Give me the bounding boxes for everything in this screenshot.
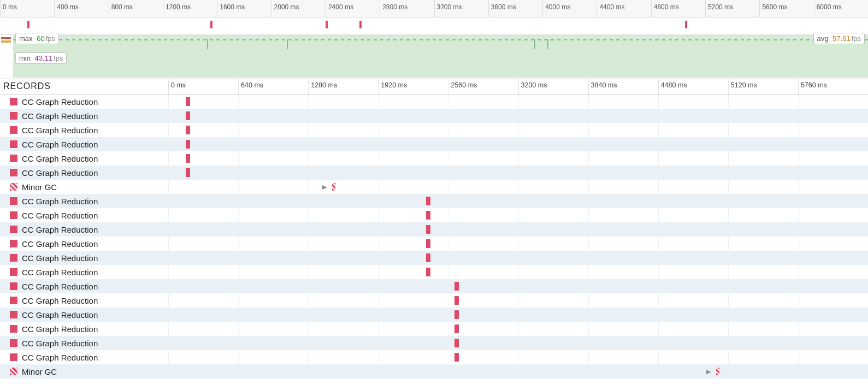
record-row[interactable]: CC Graph Reduction xyxy=(0,109,868,123)
record-timeline[interactable] xyxy=(168,308,868,322)
record-row[interactable]: CC Graph Reduction xyxy=(0,166,868,180)
record-timeline[interactable] xyxy=(168,94,868,109)
overview-ruler-tick: 6000 ms xyxy=(814,0,842,17)
overview-marker[interactable] xyxy=(326,21,328,28)
cc-swatch-icon xyxy=(10,140,17,148)
record-timeline[interactable] xyxy=(168,237,868,251)
record-timeline[interactable]: ▶ xyxy=(168,364,868,379)
gc-marker[interactable] xyxy=(716,368,719,375)
expand-icon[interactable]: ▶ xyxy=(706,368,711,375)
record-row[interactable]: Minor GC▶ xyxy=(0,364,868,379)
gc-marker[interactable] xyxy=(332,183,335,191)
record-label: CC Graph Reduction xyxy=(22,168,98,178)
record-timeline[interactable] xyxy=(168,137,868,151)
record-timeline[interactable] xyxy=(168,222,868,237)
record-timeline[interactable] xyxy=(168,109,868,123)
record-timeline[interactable] xyxy=(168,208,868,222)
record-label: CC Graph Reduction xyxy=(22,339,98,348)
cc-swatch-icon xyxy=(10,226,17,233)
record-row[interactable]: CC Graph Reduction xyxy=(0,308,868,322)
cc-marker[interactable] xyxy=(426,268,430,276)
cc-swatch-icon xyxy=(10,268,17,276)
cc-marker[interactable] xyxy=(186,154,190,163)
records-ruler-tick: 5120 ms xyxy=(728,79,757,94)
record-timeline[interactable] xyxy=(168,166,868,180)
record-row[interactable]: CC Graph Reduction xyxy=(0,94,868,109)
record-timeline[interactable] xyxy=(168,350,868,364)
record-timeline[interactable] xyxy=(168,293,868,308)
record-timeline[interactable] xyxy=(168,322,868,336)
records-ruler-tick: 3840 ms xyxy=(588,79,617,94)
fps-dip xyxy=(207,39,208,49)
cc-marker[interactable] xyxy=(426,197,430,205)
cc-marker[interactable] xyxy=(454,339,459,347)
overview-marker[interactable] xyxy=(27,21,29,28)
record-row[interactable]: CC Graph Reduction xyxy=(0,222,868,237)
record-timeline[interactable]: ▶ xyxy=(168,180,868,194)
overview-marker[interactable] xyxy=(359,21,362,28)
record-row[interactable]: CC Graph Reduction xyxy=(0,265,868,279)
records-ruler-tick: 3200 ms xyxy=(518,79,547,94)
cc-marker[interactable] xyxy=(454,296,459,305)
record-row[interactable]: CC Graph Reduction xyxy=(0,251,868,265)
record-row[interactable]: CC Graph Reduction xyxy=(0,322,868,336)
cc-marker[interactable] xyxy=(426,211,430,220)
expand-icon[interactable]: ▶ xyxy=(322,184,327,191)
overview-ruler-tick: 5600 ms xyxy=(759,0,787,17)
record-row[interactable]: CC Graph Reduction xyxy=(0,194,868,208)
record-row[interactable]: CC Graph Reduction xyxy=(0,137,868,151)
cc-marker[interactable] xyxy=(186,126,190,134)
record-row[interactable]: CC Graph Reduction xyxy=(0,293,868,308)
record-row[interactable]: CC Graph Reduction xyxy=(0,279,868,293)
record-row[interactable]: CC Graph Reduction xyxy=(0,208,868,222)
record-timeline[interactable] xyxy=(168,194,868,208)
record-timeline[interactable] xyxy=(168,251,868,265)
cc-marker[interactable] xyxy=(454,282,459,291)
overview-marker[interactable] xyxy=(210,21,212,28)
cc-swatch-icon xyxy=(10,98,17,105)
record-label: CC Graph Reduction xyxy=(22,126,98,135)
overview-ruler-tick: 3600 ms xyxy=(488,0,516,17)
record-timeline[interactable] xyxy=(168,123,868,137)
record-timeline[interactable] xyxy=(168,336,868,350)
timeline-overview[interactable]: 0 ms400 ms800 ms1200 ms1600 ms2000 ms240… xyxy=(0,0,868,79)
record-row[interactable]: CC Graph Reduction xyxy=(0,123,868,137)
gc-swatch-icon xyxy=(10,183,17,191)
record-row[interactable]: Minor GC▶ xyxy=(0,180,868,194)
cc-marker[interactable] xyxy=(454,353,459,362)
cc-marker[interactable] xyxy=(186,140,190,149)
cc-swatch-icon xyxy=(10,297,17,304)
overview-ruler-tick: 0 ms xyxy=(0,0,17,17)
records-ruler-tick: 0 ms xyxy=(168,79,186,94)
overview-ruler-tick: 2000 ms xyxy=(271,0,299,17)
record-label: CC Graph Reduction xyxy=(22,324,98,334)
records-ruler-tick: 4480 ms xyxy=(658,79,687,94)
cc-marker[interactable] xyxy=(454,324,459,333)
record-row[interactable]: CC Graph Reduction xyxy=(0,151,868,166)
record-label: CC Graph Reduction xyxy=(22,111,98,121)
record-timeline[interactable] xyxy=(168,151,868,166)
cc-marker[interactable] xyxy=(426,225,430,234)
record-row[interactable]: CC Graph Reduction xyxy=(0,237,868,251)
overview-ruler-tick: 3200 ms xyxy=(434,0,462,17)
fps-min-badge: min 43.11fps xyxy=(15,52,67,64)
record-timeline[interactable] xyxy=(168,265,868,279)
record-label: CC Graph Reduction xyxy=(22,97,98,107)
cc-marker[interactable] xyxy=(186,111,190,120)
cc-marker[interactable] xyxy=(186,168,190,177)
record-timeline[interactable] xyxy=(168,279,868,293)
record-row[interactable]: CC Graph Reduction xyxy=(0,336,868,350)
cc-marker[interactable] xyxy=(454,310,459,319)
records-ruler-tick: 1280 ms xyxy=(308,79,337,94)
record-label: CC Graph Reduction xyxy=(22,253,98,263)
records-ruler-tick: 640 ms xyxy=(238,79,263,94)
overview-ruler[interactable]: 0 ms400 ms800 ms1200 ms1600 ms2000 ms240… xyxy=(0,0,868,17)
cc-marker[interactable] xyxy=(186,97,190,106)
cc-marker[interactable] xyxy=(426,253,430,262)
cc-marker[interactable] xyxy=(426,239,430,248)
overview-ruler-tick: 4400 ms xyxy=(597,0,624,17)
overview-marker[interactable] xyxy=(685,21,687,28)
records-rows[interactable]: CC Graph ReductionCC Graph ReductionCC G… xyxy=(0,94,868,384)
records-ruler[interactable]: 0 ms640 ms1280 ms1920 ms2560 ms3200 ms38… xyxy=(168,79,868,94)
record-row[interactable]: CC Graph Reduction xyxy=(0,350,868,364)
